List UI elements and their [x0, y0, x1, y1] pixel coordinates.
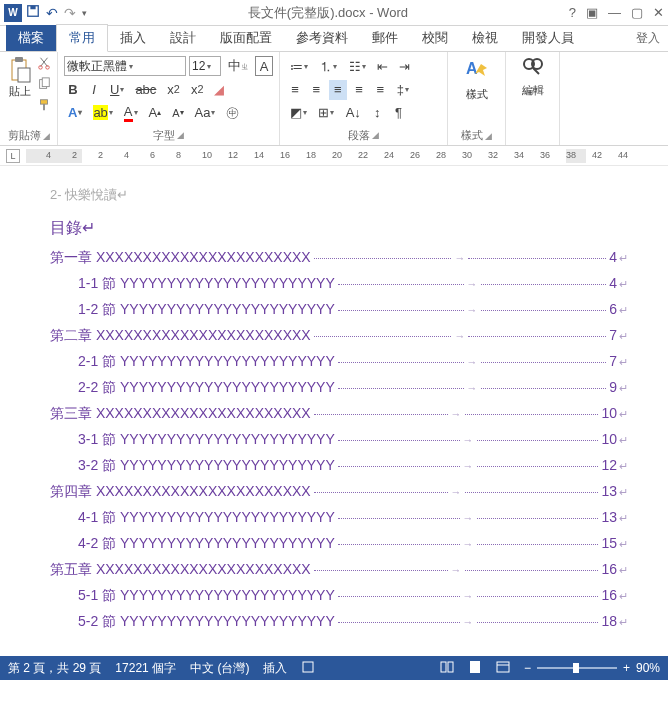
save-icon[interactable] [26, 4, 40, 21]
copy-icon[interactable] [37, 77, 51, 94]
read-mode-icon[interactable] [440, 660, 454, 677]
minimize-icon[interactable]: — [608, 5, 621, 20]
decrease-indent-icon[interactable]: ⇤ [373, 56, 392, 76]
toc-entry[interactable]: 2-2 節 YYYYYYYYYYYYYYYYYYYYYYY→9↵ [50, 379, 628, 397]
print-layout-icon[interactable] [468, 660, 482, 677]
format-painter-icon[interactable] [37, 98, 51, 115]
align-center-icon[interactable]: ≡ [307, 80, 325, 100]
zoom-out-icon[interactable]: − [524, 661, 531, 675]
toc-entry[interactable]: 第四章 XXXXXXXXXXXXXXXXXXXXXXX→13↵ [50, 483, 628, 501]
toc-text: 第一章 XXXXXXXXXXXXXXXXXXXXXXX [50, 249, 311, 267]
paste-button[interactable]: 貼上 [6, 56, 33, 115]
line-spacing-icon[interactable]: ‡▾ [393, 80, 413, 100]
align-left-icon[interactable]: ≡ [286, 80, 304, 100]
cut-icon[interactable] [37, 56, 51, 73]
clear-format-icon[interactable]: ◢ [210, 79, 228, 99]
numbering-icon[interactable]: ⒈▾ [315, 57, 341, 77]
toc-entry[interactable]: 5-1 節 YYYYYYYYYYYYYYYYYYYYYYY→16↵ [50, 587, 628, 605]
increase-indent-icon[interactable]: ⇥ [395, 56, 414, 76]
multilevel-icon[interactable]: ☷▾ [345, 56, 370, 76]
align-right-icon[interactable]: ≡ [329, 80, 347, 100]
text-effects-icon[interactable]: A▾ [64, 103, 86, 123]
toc-entry[interactable]: 3-2 節 YYYYYYYYYYYYYYYYYYYYYYY→12↵ [50, 457, 628, 475]
text-direction-icon[interactable]: ↕ [368, 103, 386, 123]
horizontal-ruler[interactable]: 4224681012141618202224262830323436384244 [26, 147, 668, 165]
font-color-icon[interactable]: A▾ [120, 103, 142, 123]
distributed-icon[interactable]: ≡ [371, 80, 389, 100]
language-indicator[interactable]: 中文 (台灣) [190, 660, 249, 677]
page-indicator[interactable]: 第 2 頁，共 29 頁 [8, 660, 101, 677]
bullets-icon[interactable]: ≔▾ [286, 56, 312, 76]
web-layout-icon[interactable] [496, 660, 510, 677]
sort-icon[interactable]: A↓ [342, 103, 365, 123]
help-icon[interactable]: ? [569, 5, 576, 20]
ribbon: 貼上 剪貼簿◢ 微軟正黑體▾ 12▾ 中ㄓ A B I U▾ abc x2 x2… [0, 52, 668, 146]
macro-icon[interactable] [301, 660, 315, 677]
font-launcher-icon[interactable]: ◢ [177, 130, 184, 140]
shrink-font-icon[interactable]: A▾ [168, 103, 187, 123]
tab-layout[interactable]: 版面配置 [208, 25, 284, 51]
font-name-combo[interactable]: 微軟正黑體▾ [64, 56, 186, 76]
svg-rect-4 [18, 68, 30, 82]
close-icon[interactable]: ✕ [653, 5, 664, 20]
toc-text: 第二章 XXXXXXXXXXXXXXXXXXXXXXX [50, 327, 311, 345]
toc-entry[interactable]: 第一章 XXXXXXXXXXXXXXXXXXXXXXX→4↵ [50, 249, 628, 267]
strikethrough-button[interactable]: abc [131, 79, 160, 99]
bold-button[interactable]: B [64, 79, 82, 99]
superscript-button[interactable]: x2 [187, 79, 208, 99]
grow-font-icon[interactable]: A▴ [145, 103, 166, 123]
find-button[interactable]: 編輯 [521, 56, 545, 98]
borders-icon[interactable]: ⊞▾ [314, 103, 338, 123]
toc-entry[interactable]: 第二章 XXXXXXXXXXXXXXXXXXXXXXX→7↵ [50, 327, 628, 345]
styles-button[interactable]: A 樣式 [463, 56, 491, 102]
show-marks-icon[interactable]: ¶ [390, 103, 408, 123]
toc-entry[interactable]: 1-2 節 YYYYYYYYYYYYYYYYYYYYYYY→6↵ [50, 301, 628, 319]
word-count[interactable]: 17221 個字 [115, 660, 176, 677]
tab-home[interactable]: 常用 [56, 24, 108, 52]
underline-button[interactable]: U▾ [106, 79, 128, 99]
toc-entry[interactable]: 4-2 節 YYYYYYYYYYYYYYYYYYYYYYY→15↵ [50, 535, 628, 553]
insert-mode[interactable]: 插入 [263, 660, 287, 677]
toc-entry[interactable]: 1-1 節 YYYYYYYYYYYYYYYYYYYYYYY→4↵ [50, 275, 628, 293]
tab-file[interactable]: 檔案 [6, 25, 56, 51]
shading-icon[interactable]: ◩▾ [286, 103, 311, 123]
phonetic-guide-icon[interactable]: 中ㄓ [224, 56, 252, 76]
toc-entry[interactable]: 2-1 節 YYYYYYYYYYYYYYYYYYYYYYY→7↵ [50, 353, 628, 371]
maximize-icon[interactable]: ▢ [631, 5, 643, 20]
toc-entry[interactable]: 5-2 節 YYYYYYYYYYYYYYYYYYYYYYY→18↵ [50, 613, 628, 631]
zoom-slider[interactable]: − + 90% [524, 661, 660, 675]
zoom-in-icon[interactable]: + [623, 661, 630, 675]
return-icon: ↵ [619, 616, 628, 629]
undo-icon[interactable]: ↶ [46, 5, 58, 21]
change-case-icon[interactable]: Aa▾ [191, 103, 220, 123]
tab-insert[interactable]: 插入 [108, 25, 158, 51]
highlight-icon[interactable]: ab▾ [89, 103, 116, 123]
toc-page: 13 [601, 509, 617, 525]
tab-design[interactable]: 設計 [158, 25, 208, 51]
styles-launcher-icon[interactable]: ◢ [485, 131, 492, 141]
tab-mailings[interactable]: 郵件 [360, 25, 410, 51]
toc-entry[interactable]: 4-1 節 YYYYYYYYYYYYYYYYYYYYYYY→13↵ [50, 509, 628, 527]
paragraph-launcher-icon[interactable]: ◢ [372, 130, 379, 140]
sign-in[interactable]: 登入 [628, 26, 668, 51]
document-area[interactable]: 2- 快樂悅讀↵ 目錄↵ 第一章 XXXXXXXXXXXXXXXXXXXXXXX… [0, 166, 668, 656]
redo-icon[interactable]: ↷ [64, 5, 76, 21]
tab-review[interactable]: 校閱 [410, 25, 460, 51]
tab-view[interactable]: 檢視 [460, 25, 510, 51]
return-icon: ↵ [619, 356, 628, 369]
tab-selector[interactable]: L [6, 149, 20, 163]
toc-entry[interactable]: 第五章 XXXXXXXXXXXXXXXXXXXXXXX→16↵ [50, 561, 628, 579]
tab-references[interactable]: 參考資料 [284, 25, 360, 51]
subscript-button[interactable]: x2 [163, 79, 184, 99]
tab-developer[interactable]: 開發人員 [510, 25, 586, 51]
enclose-char-icon[interactable]: ㊥ [222, 103, 243, 123]
font-size-combo[interactable]: 12▾ [189, 56, 221, 76]
char-border-icon[interactable]: A [255, 56, 273, 76]
justify-icon[interactable]: ≡ [350, 80, 368, 100]
ribbon-options-icon[interactable]: ▣ [586, 5, 598, 20]
toc-entry[interactable]: 3-1 節 YYYYYYYYYYYYYYYYYYYYYYY→10↵ [50, 431, 628, 449]
clipboard-launcher-icon[interactable]: ◢ [43, 131, 50, 141]
italic-button[interactable]: I [85, 79, 103, 99]
toc-entry[interactable]: 第三章 XXXXXXXXXXXXXXXXXXXXXXX→10↵ [50, 405, 628, 423]
zoom-level[interactable]: 90% [636, 661, 660, 675]
